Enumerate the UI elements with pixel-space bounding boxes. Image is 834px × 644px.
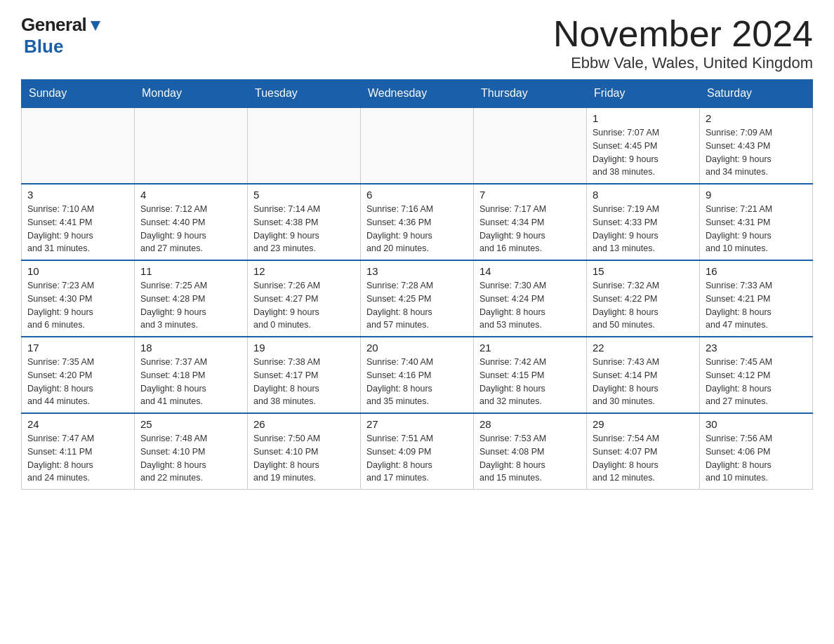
day-info: Sunrise: 7:28 AM Sunset: 4:25 PM Dayligh… [366,279,468,332]
day-number: 10 [27,265,128,277]
calendar-cell: 18Sunrise: 7:37 AM Sunset: 4:18 PM Dayli… [135,337,248,413]
day-info: Sunrise: 7:54 AM Sunset: 4:07 PM Dayligh… [593,432,694,485]
day-info: Sunrise: 7:33 AM Sunset: 4:21 PM Dayligh… [706,279,807,332]
calendar-body: 1Sunrise: 7:07 AM Sunset: 4:45 PM Daylig… [22,107,813,490]
header-day-saturday: Saturday [700,80,813,108]
calendar-cell: 28Sunrise: 7:53 AM Sunset: 4:08 PM Dayli… [474,413,587,490]
day-info: Sunrise: 7:16 AM Sunset: 4:36 PM Dayligh… [366,203,468,255]
day-info: Sunrise: 7:17 AM Sunset: 4:34 PM Dayligh… [479,203,581,255]
calendar-cell: 17Sunrise: 7:35 AM Sunset: 4:20 PM Dayli… [22,337,135,413]
header-day-tuesday: Tuesday [248,80,361,108]
day-number: 17 [27,342,128,354]
calendar-header: SundayMondayTuesdayWednesdayThursdayFrid… [22,80,813,108]
calendar-cell: 19Sunrise: 7:38 AM Sunset: 4:17 PM Dayli… [248,337,361,413]
header-day-friday: Friday [587,80,700,108]
day-number: 9 [706,189,807,201]
day-info: Sunrise: 7:12 AM Sunset: 4:40 PM Dayligh… [140,203,241,255]
day-number: 1 [593,112,694,124]
header-day-thursday: Thursday [474,80,587,108]
calendar-cell: 20Sunrise: 7:40 AM Sunset: 4:16 PM Dayli… [361,337,474,413]
day-info: Sunrise: 7:35 AM Sunset: 4:20 PM Dayligh… [27,356,128,408]
day-number: 22 [593,342,694,354]
calendar-cell: 26Sunrise: 7:50 AM Sunset: 4:10 PM Dayli… [248,413,361,490]
calendar-cell: 24Sunrise: 7:47 AM Sunset: 4:11 PM Dayli… [22,413,135,490]
calendar-cell: 21Sunrise: 7:42 AM Sunset: 4:15 PM Dayli… [474,337,587,413]
day-info: Sunrise: 7:40 AM Sunset: 4:16 PM Dayligh… [366,356,468,408]
day-number: 13 [366,265,468,277]
calendar-cell: 5Sunrise: 7:14 AM Sunset: 4:38 PM Daylig… [248,184,361,260]
day-info: Sunrise: 7:25 AM Sunset: 4:28 PM Dayligh… [140,279,241,332]
week-row: 3Sunrise: 7:10 AM Sunset: 4:41 PM Daylig… [22,184,813,260]
calendar-cell: 3Sunrise: 7:10 AM Sunset: 4:41 PM Daylig… [22,184,135,260]
day-number: 29 [593,418,694,430]
day-number: 7 [479,189,581,201]
day-info: Sunrise: 7:43 AM Sunset: 4:14 PM Dayligh… [593,356,694,408]
calendar-subtitle: Ebbw Vale, Wales, United Kingdom [553,54,813,72]
calendar-cell [22,107,135,184]
day-info: Sunrise: 7:32 AM Sunset: 4:22 PM Dayligh… [593,279,694,332]
day-number: 5 [253,189,355,201]
day-number: 24 [27,418,128,430]
logo-arrow-icon [88,18,103,34]
page-header: General Blue November 2024 Ebbw Vale, Wa… [21,14,813,72]
day-number: 18 [140,342,241,354]
calendar-table: SundayMondayTuesdayWednesdayThursdayFrid… [21,79,813,490]
day-info: Sunrise: 7:56 AM Sunset: 4:06 PM Dayligh… [706,432,807,485]
day-number: 20 [366,342,468,354]
day-info: Sunrise: 7:10 AM Sunset: 4:41 PM Dayligh… [27,203,128,255]
logo-blue-text: Blue [24,36,63,57]
day-number: 4 [140,189,241,201]
calendar-cell: 1Sunrise: 7:07 AM Sunset: 4:45 PM Daylig… [587,107,700,184]
day-number: 16 [706,265,807,277]
day-info: Sunrise: 7:48 AM Sunset: 4:10 PM Dayligh… [140,432,241,485]
calendar-cell: 14Sunrise: 7:30 AM Sunset: 4:24 PM Dayli… [474,260,587,337]
header-day-wednesday: Wednesday [361,80,474,108]
day-info: Sunrise: 7:23 AM Sunset: 4:30 PM Dayligh… [27,279,128,332]
calendar-cell: 22Sunrise: 7:43 AM Sunset: 4:14 PM Dayli… [587,337,700,413]
calendar-cell: 2Sunrise: 7:09 AM Sunset: 4:43 PM Daylig… [700,107,813,184]
day-number: 26 [253,418,355,430]
day-info: Sunrise: 7:19 AM Sunset: 4:33 PM Dayligh… [593,203,694,255]
calendar-cell: 15Sunrise: 7:32 AM Sunset: 4:22 PM Dayli… [587,260,700,337]
week-row: 24Sunrise: 7:47 AM Sunset: 4:11 PM Dayli… [22,413,813,490]
day-info: Sunrise: 7:42 AM Sunset: 4:15 PM Dayligh… [479,356,581,408]
day-number: 19 [253,342,355,354]
calendar-cell: 12Sunrise: 7:26 AM Sunset: 4:27 PM Dayli… [248,260,361,337]
calendar-cell [474,107,587,184]
week-row: 10Sunrise: 7:23 AM Sunset: 4:30 PM Dayli… [22,260,813,337]
calendar-cell: 16Sunrise: 7:33 AM Sunset: 4:21 PM Dayli… [700,260,813,337]
day-number: 11 [140,265,241,277]
day-info: Sunrise: 7:45 AM Sunset: 4:12 PM Dayligh… [706,356,807,408]
calendar-cell [361,107,474,184]
svg-marker-0 [91,21,100,31]
calendar-title: November 2024 [553,14,813,54]
calendar-cell: 4Sunrise: 7:12 AM Sunset: 4:40 PM Daylig… [135,184,248,260]
day-info: Sunrise: 7:21 AM Sunset: 4:31 PM Dayligh… [706,203,807,255]
day-info: Sunrise: 7:47 AM Sunset: 4:11 PM Dayligh… [27,432,128,485]
day-number: 27 [366,418,468,430]
logo: General Blue [21,14,103,58]
day-info: Sunrise: 7:30 AM Sunset: 4:24 PM Dayligh… [479,279,581,332]
day-number: 25 [140,418,241,430]
calendar-cell: 6Sunrise: 7:16 AM Sunset: 4:36 PM Daylig… [361,184,474,260]
day-number: 14 [479,265,581,277]
calendar-cell [135,107,248,184]
day-number: 12 [253,265,355,277]
day-number: 15 [593,265,694,277]
day-info: Sunrise: 7:26 AM Sunset: 4:27 PM Dayligh… [253,279,355,332]
day-number: 30 [706,418,807,430]
day-info: Sunrise: 7:37 AM Sunset: 4:18 PM Dayligh… [140,356,241,408]
calendar-cell: 13Sunrise: 7:28 AM Sunset: 4:25 PM Dayli… [361,260,474,337]
calendar-cell: 29Sunrise: 7:54 AM Sunset: 4:07 PM Dayli… [587,413,700,490]
calendar-cell: 25Sunrise: 7:48 AM Sunset: 4:10 PM Dayli… [135,413,248,490]
logo-general-text: General [21,14,86,36]
week-row: 17Sunrise: 7:35 AM Sunset: 4:20 PM Dayli… [22,337,813,413]
day-info: Sunrise: 7:09 AM Sunset: 4:43 PM Dayligh… [706,126,807,179]
calendar-cell: 11Sunrise: 7:25 AM Sunset: 4:28 PM Dayli… [135,260,248,337]
day-number: 2 [706,112,807,124]
calendar-cell [248,107,361,184]
day-info: Sunrise: 7:53 AM Sunset: 4:08 PM Dayligh… [479,432,581,485]
day-number: 23 [706,342,807,354]
day-info: Sunrise: 7:38 AM Sunset: 4:17 PM Dayligh… [253,356,355,408]
header-day-monday: Monday [135,80,248,108]
